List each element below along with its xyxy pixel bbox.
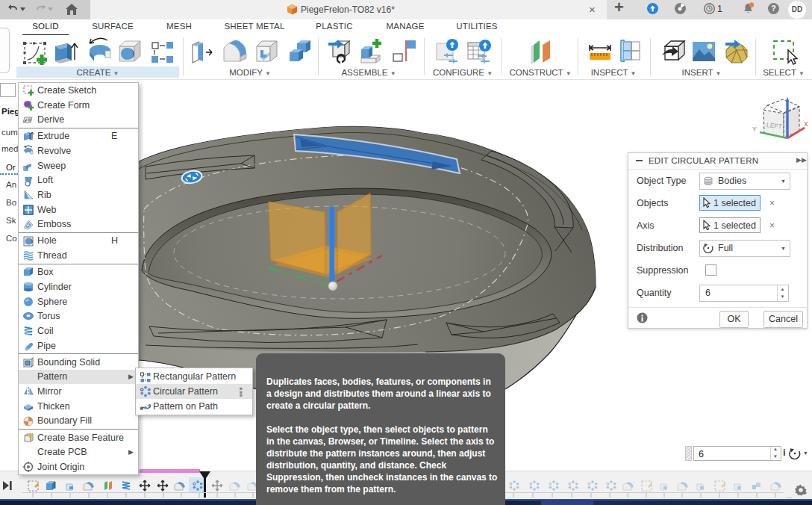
- svg-text:?: ?: [771, 4, 775, 13]
- svg-text:Y: Y: [752, 126, 757, 133]
- svg-text:X: X: [804, 120, 808, 128]
